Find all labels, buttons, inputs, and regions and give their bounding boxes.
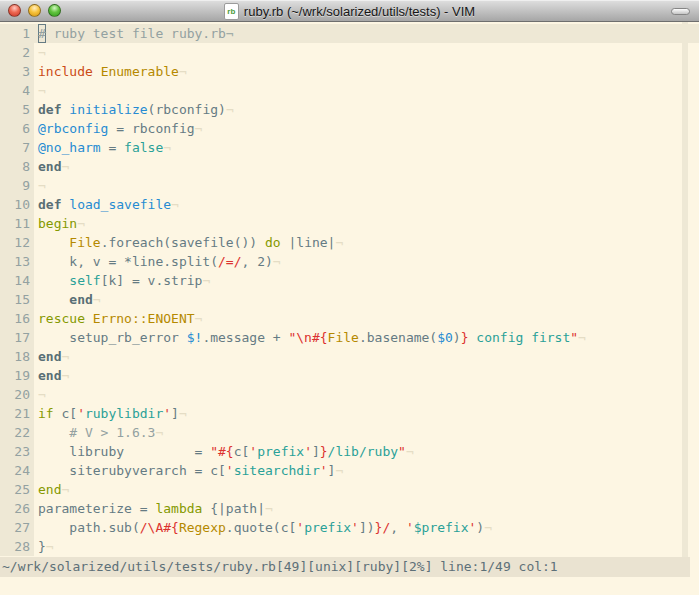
code-line[interactable]: 18end¬: [0, 347, 699, 366]
code-text: end¬: [34, 368, 69, 383]
code-line[interactable]: 16rescue Errno::ENOENT¬: [0, 309, 699, 328]
line-number: 18: [0, 347, 34, 366]
line-number: 15: [0, 290, 34, 309]
code-text: ¬: [34, 178, 46, 193]
code-line[interactable]: 4¬: [0, 81, 699, 100]
title-group: rb ruby.rb (~/wrk/solarized/utils/tests)…: [0, 0, 699, 22]
code-text: # V > 1.6.3¬: [34, 425, 163, 440]
code-text: end¬: [34, 349, 69, 364]
code-line[interactable]: 11begin¬: [0, 214, 699, 233]
line-number: 9: [0, 176, 34, 195]
line-number: 17: [0, 328, 34, 347]
line-number: 2: [0, 43, 34, 62]
code-text: end¬: [34, 482, 69, 497]
line-number: 24: [0, 461, 34, 480]
code-line[interactable]: 2¬: [0, 43, 699, 62]
code-text: if c['rubylibdir']¬: [34, 406, 187, 421]
code-line[interactable]: 9¬: [0, 176, 699, 195]
line-number: 1: [0, 24, 34, 43]
code-line[interactable]: 13 k, v = *line.split(/=/, 2)¬: [0, 252, 699, 271]
code-text: path.sub(/\A#{Regexp.quote(c['prefix'])}…: [34, 520, 492, 535]
line-number: 19: [0, 366, 34, 385]
vim-window: rb ruby.rb (~/wrk/solarized/utils/tests)…: [0, 0, 699, 595]
code-line[interactable]: 1# ruby test file ruby.rb¬: [0, 24, 699, 43]
code-line[interactable]: 5def initialize(rbconfig)¬: [0, 100, 699, 119]
line-number: 5: [0, 100, 34, 119]
code-text: begin¬: [34, 216, 85, 231]
code-text: siterubyverarch = c['sitearchdir']¬: [34, 463, 343, 478]
code-text: ¬: [34, 387, 46, 402]
line-number: 3: [0, 62, 34, 81]
line-number: 7: [0, 138, 34, 157]
code-line[interactable]: 27 path.sub(/\A#{Regexp.quote(c['prefix'…: [0, 518, 699, 537]
line-number: 22: [0, 423, 34, 442]
title-bar[interactable]: rb ruby.rb (~/wrk/solarized/utils/tests)…: [0, 0, 699, 22]
code-line[interactable]: 25end¬: [0, 480, 699, 499]
line-number: 13: [0, 252, 34, 271]
line-number: 16: [0, 309, 34, 328]
code-text: }¬: [34, 539, 54, 554]
code-line[interactable]: 21if c['rubylibdir']¬: [0, 404, 699, 423]
code-line[interactable]: 6@rbconfig = rbconfig¬: [0, 119, 699, 138]
line-number: 11: [0, 214, 34, 233]
code-text: @rbconfig = rbconfig¬: [34, 121, 202, 136]
code-line[interactable]: 19end¬: [0, 366, 699, 385]
code-text: ¬: [34, 83, 46, 98]
code-text: # ruby test file ruby.rb¬: [34, 26, 234, 41]
code-text: @no_harm = false¬: [34, 140, 171, 155]
line-number: 25: [0, 480, 34, 499]
code-text: end¬: [34, 159, 69, 174]
code-line[interactable]: 15 end¬: [0, 290, 699, 309]
code-line[interactable]: 3include Enumerable¬: [0, 62, 699, 81]
cursor: #: [38, 24, 46, 43]
line-number: 6: [0, 119, 34, 138]
line-number: 20: [0, 385, 34, 404]
code-line[interactable]: 17 setup_rb_error $!.message + "\n#{File…: [0, 328, 699, 347]
code-line[interactable]: 8end¬: [0, 157, 699, 176]
line-number: 14: [0, 271, 34, 290]
line-number: 28: [0, 537, 34, 556]
status-line: ~/wrk/solarized/utils/tests/ruby.rb[49][…: [0, 557, 690, 577]
line-number: 26: [0, 499, 34, 518]
code-line[interactable]: 23 libruby = "#{c['prefix']}/lib/ruby"¬: [0, 442, 699, 461]
code-line[interactable]: 22 # V > 1.6.3¬: [0, 423, 699, 442]
code-text: rescue Errno::ENOENT¬: [34, 311, 202, 326]
code-line[interactable]: 26parameterize = lambda {|path|¬: [0, 499, 699, 518]
code-line[interactable]: 28}¬: [0, 537, 699, 556]
code-text: ¬: [34, 45, 46, 60]
document-proxy-icon[interactable]: rb: [224, 3, 239, 20]
code-line[interactable]: 7@no_harm = false¬: [0, 138, 699, 157]
code-text: include Enumerable¬: [34, 64, 187, 79]
code-text: self[k] = v.strip¬: [34, 273, 210, 288]
code-area[interactable]: 1# ruby test file ruby.rb¬2¬3include Enu…: [0, 22, 699, 557]
code-line[interactable]: 10def load_savefile¬: [0, 195, 699, 214]
code-text: File.foreach(savefile()) do |line|¬: [34, 235, 343, 250]
line-number: 27: [0, 518, 34, 537]
line-number: 8: [0, 157, 34, 176]
code-text: def initialize(rbconfig)¬: [34, 102, 234, 117]
code-text: end¬: [34, 292, 101, 307]
code-text: libruby = "#{c['prefix']}/lib/ruby"¬: [34, 444, 414, 459]
code-line[interactable]: 14 self[k] = v.strip¬: [0, 271, 699, 290]
line-number: 12: [0, 233, 34, 252]
line-number: 21: [0, 404, 34, 423]
code-line[interactable]: 20¬: [0, 385, 699, 404]
code-text: setup_rb_error $!.message + "\n#{File.ba…: [34, 330, 586, 345]
code-text: def load_savefile¬: [34, 197, 179, 212]
code-text: k, v = *line.split(/=/, 2)¬: [34, 254, 281, 269]
line-number: 10: [0, 195, 34, 214]
toolbar-toggle-button[interactable]: [671, 8, 690, 15]
code-line[interactable]: 24 siterubyverarch = c['sitearchdir']¬: [0, 461, 699, 480]
window-title: ruby.rb (~/wrk/solarized/utils/tests) - …: [244, 4, 475, 19]
code-text: parameterize = lambda {|path|¬: [34, 501, 273, 516]
line-number: 4: [0, 81, 34, 100]
line-number: 23: [0, 442, 34, 461]
code-line[interactable]: 12 File.foreach(savefile()) do |line|¬: [0, 233, 699, 252]
